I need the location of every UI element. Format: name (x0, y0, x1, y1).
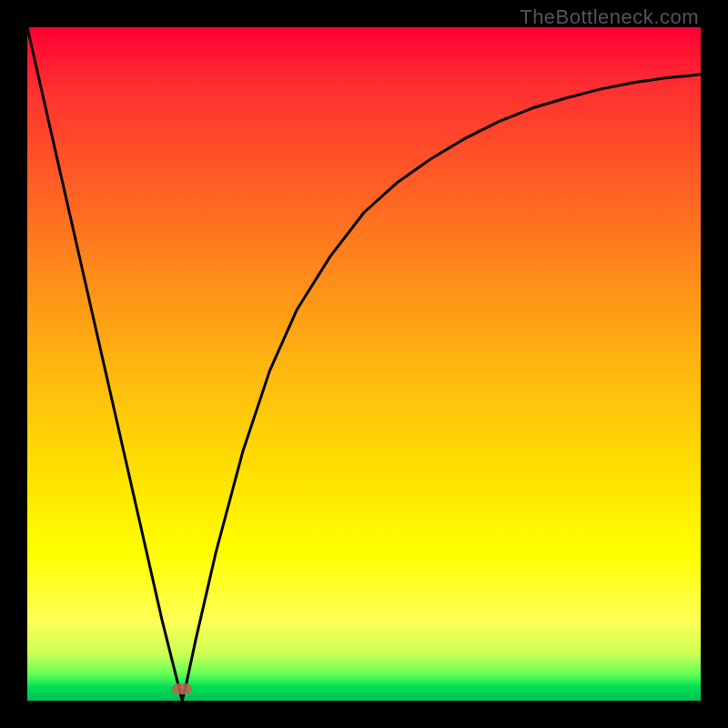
chart-container: TheBottleneck.com (0, 0, 728, 728)
optimal-marker (172, 683, 192, 694)
bottleneck-curve (27, 27, 701, 701)
watermark-text: TheBottleneck.com (520, 5, 699, 29)
plot-area (27, 27, 701, 701)
